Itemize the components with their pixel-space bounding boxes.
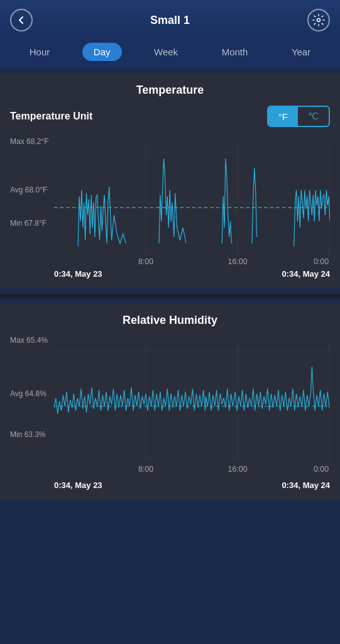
temp-max-label: Max 68.2°F [10, 137, 49, 146]
temp-min-label: Min 67.8°F [10, 219, 47, 228]
temp-footer-left: 0:34, May 23 [54, 269, 102, 279]
svg-text:0:00: 0:00 [314, 465, 329, 474]
humidity-section: Relative Humidity Max 65.4% Avg 64.8% Mi… [0, 304, 340, 500]
humidity-chart-footer: 0:34, May 23 0:34, May 24 [10, 480, 330, 490]
temperature-chart-footer: 0:34, May 23 0:34, May 24 [10, 269, 330, 279]
humidity-chart: Max 65.4% Avg 64.8% Min 63.3% 8:00 16:00… [10, 336, 330, 477]
tab-week[interactable]: Week [143, 43, 189, 61]
temp-avg-label: Avg 68.0°F [10, 186, 47, 194]
unit-toggle: °F ℃ [267, 106, 330, 127]
section-separator [0, 294, 340, 299]
hum-footer-right: 0:34, May 24 [282, 480, 330, 490]
temperature-svg: 8:00 16:00 0:00 [54, 140, 330, 265]
page-title: Small 1 [150, 14, 190, 27]
tab-day[interactable]: Day [82, 43, 122, 61]
svg-point-0 [317, 19, 320, 22]
svg-text:16:00: 16:00 [228, 465, 248, 474]
hum-footer-left: 0:34, May 23 [54, 480, 102, 490]
tab-month[interactable]: Month [211, 43, 260, 61]
tab-hour[interactable]: Hour [18, 43, 62, 61]
unit-row: Temperature Unit °F ℃ [10, 106, 330, 127]
temp-footer-right: 0:34, May 24 [282, 269, 330, 279]
svg-text:8:00: 8:00 [138, 257, 153, 265]
temperature-chart: Max 68.2°F Avg 68.0°F Min 67.8°F [10, 137, 330, 265]
unit-label: Temperature Unit [10, 111, 92, 122]
hum-min-label: Min 63.3% [10, 430, 46, 439]
tab-year[interactable]: Year [280, 43, 322, 61]
svg-text:8:00: 8:00 [138, 465, 153, 474]
header: Small 1 [0, 0, 340, 38]
humidity-title: Relative Humidity [10, 314, 330, 327]
unit-celsius-button[interactable]: ℃ [298, 107, 329, 126]
back-button[interactable] [10, 9, 33, 31]
hum-avg-label: Avg 64.8% [10, 389, 47, 398]
svg-text:0:00: 0:00 [314, 257, 329, 265]
svg-text:16:00: 16:00 [228, 257, 248, 265]
temperature-section: Temperature Temperature Unit °F ℃ Max 68… [0, 74, 340, 289]
tab-bar: Hour Day Week Month Year [0, 38, 340, 69]
settings-button[interactable] [307, 9, 330, 31]
humidity-svg: 8:00 16:00 0:00 [54, 338, 330, 477]
unit-fahrenheit-button[interactable]: °F [268, 107, 298, 126]
hum-max-label: Max 65.4% [10, 336, 48, 345]
temperature-title: Temperature [10, 84, 330, 97]
